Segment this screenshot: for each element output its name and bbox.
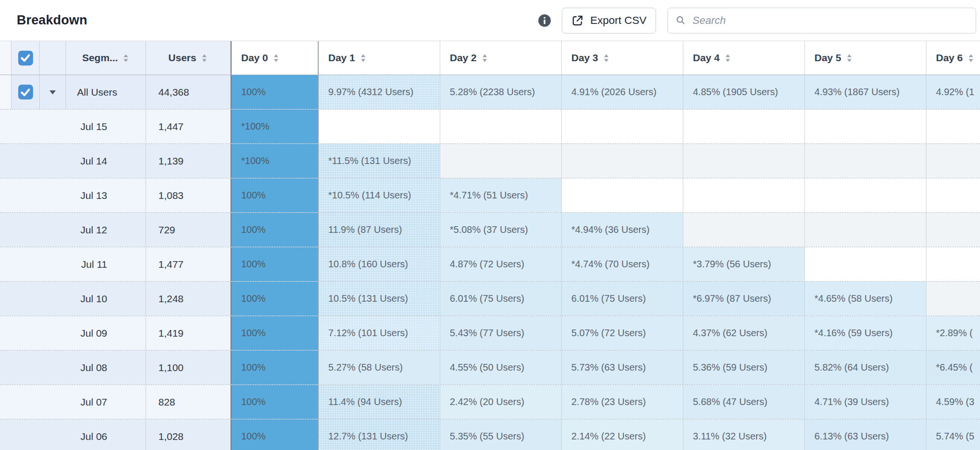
day-cell: 4.59% (3	[926, 385, 980, 419]
users-cell: 1,028	[146, 419, 231, 450]
users-cell: 1,083	[146, 178, 231, 212]
column-header-day1[interactable]: Day 1	[319, 41, 440, 75]
cell-value: 12.7% (131 Users)	[328, 431, 408, 442]
day-cell-empty	[926, 282, 980, 316]
users-cell: 1,248	[146, 282, 231, 316]
column-header-day3[interactable]: Day 3	[562, 41, 683, 75]
sort-icon[interactable]	[724, 54, 731, 63]
cell-value: 100%	[241, 328, 266, 339]
day-cell: 5.28% (2238 Users)	[440, 75, 562, 109]
users-value: 1,100	[158, 362, 184, 373]
day-cell-empty	[683, 178, 805, 212]
cell-value: 100%	[241, 190, 266, 201]
day-cell: 5.73% (63 Users)	[562, 351, 683, 384]
day-cell: 100%	[231, 351, 319, 384]
column-header-day0[interactable]: Day 0	[231, 41, 319, 75]
day-cell: *11.5% (131 Users)	[319, 144, 440, 178]
day-cell-empty	[805, 144, 926, 178]
cell-value: 100%	[241, 293, 266, 304]
column-header-label: Day 4	[693, 52, 720, 64]
row-checkbox[interactable]	[18, 85, 33, 99]
cell-value: *4.65% (58 Users)	[814, 293, 892, 304]
segment-cell: Jul 10	[0, 282, 146, 316]
table-row: Jul 101,248100%10.5% (131 Users)6.01% (7…	[0, 282, 980, 316]
day-cell-empty	[440, 110, 562, 143]
column-header-label: Day 1	[328, 52, 355, 64]
column-header-day4[interactable]: Day 4	[683, 41, 805, 75]
export-csv-button[interactable]: Export CSV	[562, 8, 656, 33]
segment-cell: Jul 15	[0, 110, 146, 143]
sort-icon[interactable]	[273, 54, 279, 63]
search-input[interactable]	[691, 14, 976, 27]
cell-value: 5.73% (63 Users)	[571, 362, 646, 373]
users-value: 1,083	[158, 190, 184, 201]
day-cell-empty	[926, 110, 980, 143]
table-row: Jul 151,447*100%	[0, 110, 980, 144]
cell-value: 5.27% (58 Users)	[328, 362, 403, 373]
cell-value: 4.93% (1867 Users)	[814, 87, 900, 98]
sort-icon[interactable]	[603, 54, 610, 63]
segment-label: Jul 15	[80, 121, 107, 132]
day-cell-empty	[562, 178, 683, 212]
cell-value: 10.8% (160 Users)	[328, 259, 408, 270]
day-cell-empty	[805, 247, 926, 281]
cell-value: 5.43% (77 Users)	[450, 328, 524, 339]
cell-value: 4.91% (2026 Users)	[571, 87, 657, 98]
sort-icon[interactable]	[846, 54, 853, 63]
day-cell: *4.71% (51 Users)	[440, 178, 562, 212]
cell-value: 4.71% (39 Users)	[814, 396, 889, 407]
export-csv-label: Export CSV	[590, 14, 646, 27]
day-cell-empty	[683, 213, 805, 247]
sort-icon[interactable]	[201, 54, 208, 63]
column-header-day2[interactable]: Day 2	[440, 41, 562, 75]
users-value: 44,368	[158, 87, 189, 98]
day-cell-empty	[926, 144, 980, 178]
summary-row: All Users44,368100%9.97% (4312 Users)5.2…	[0, 75, 980, 110]
sort-icon[interactable]	[360, 54, 367, 63]
users-value: 1,028	[158, 431, 184, 442]
cell-value: *100%	[241, 155, 269, 166]
search-box	[668, 8, 976, 33]
sort-icon[interactable]	[968, 54, 974, 63]
cell-value: *11.5% (131 Users)	[328, 155, 411, 166]
segment-label: Jul 13	[80, 190, 107, 201]
day-cell: 4.92% (1	[926, 75, 980, 109]
info-icon[interactable]	[538, 14, 551, 27]
users-value: 1,447	[158, 121, 184, 132]
cell-value: 5.74% (5	[936, 431, 974, 442]
day-cell: 4.87% (72 Users)	[440, 247, 562, 281]
day-cell-empty	[319, 110, 440, 143]
cell-value: 5.82% (64 Users)	[814, 362, 889, 373]
day-cell: *3.79% (56 Users)	[683, 247, 805, 281]
sort-icon[interactable]	[481, 54, 488, 63]
segment-label: Jul 14	[80, 155, 107, 167]
day-cell-empty	[562, 144, 683, 178]
day-cell: 100%	[231, 178, 319, 212]
day-cell: *6.97% (87 Users)	[683, 282, 805, 316]
table-header-row: Segm...UsersDay 0Day 1Day 2Day 3Day 4Day…	[0, 41, 980, 75]
sort-icon[interactable]	[122, 54, 129, 63]
users-cell: 729	[146, 213, 231, 247]
day-cell: 5.35% (55 Users)	[440, 419, 562, 450]
select-all-checkbox[interactable]	[18, 51, 33, 66]
column-header-day5[interactable]: Day 5	[805, 41, 926, 75]
cell-value: 100%	[241, 431, 266, 442]
column-header-day6[interactable]: Day 6	[926, 41, 980, 75]
day-cell: 11.4% (94 Users)	[319, 385, 440, 419]
cell-value: 100%	[241, 87, 266, 98]
cell-value: *4.71% (51 Users)	[450, 190, 528, 201]
day-cell: 7.12% (101 Users)	[319, 316, 440, 350]
segment-label: Jul 12	[80, 224, 107, 236]
column-header-users[interactable]: Users	[146, 41, 231, 75]
day-cell: 100%	[231, 282, 319, 316]
cell-value: *100%	[241, 121, 269, 132]
column-header-segment[interactable]: Segm...	[66, 41, 146, 75]
cell-value: 9.97% (4312 Users)	[328, 87, 413, 98]
cell-value: *10.5% (114 Users)	[328, 190, 411, 201]
day-cell: *2.89% (	[926, 316, 980, 350]
cell-value: *2.89% (	[936, 328, 973, 339]
day-cell: 4.37% (62 Users)	[683, 316, 805, 350]
cell-value: 4.55% (50 Users)	[450, 362, 524, 373]
day-cell: 6.13% (63 Users)	[805, 419, 926, 450]
expand-arrow-icon[interactable]	[49, 89, 56, 95]
